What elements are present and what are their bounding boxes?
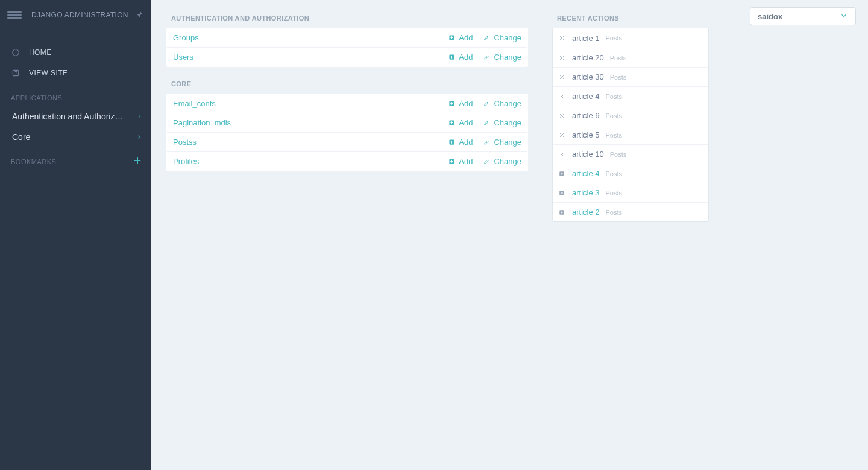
recent-action-title: article 3 [572,188,600,197]
add-link[interactable]: Add [448,118,473,127]
delete-icon [559,113,565,119]
add-link[interactable]: Add [448,99,473,108]
nav-home[interactable]: HOME [0,42,151,63]
edit-icon [483,100,490,107]
delete-icon [559,74,565,80]
recent-action-type: Posts [606,93,623,100]
recent-action-title: article 5 [572,130,600,139]
home-icon [11,48,20,57]
add-bookmark-button[interactable] [133,156,142,167]
change-link[interactable]: Change [483,118,521,127]
nav-view-site-label: VIEW SITE [29,69,68,77]
model-link[interactable]: Email_confs [173,99,216,108]
recent-action-item[interactable]: article 4Posts [553,164,708,183]
change-link[interactable]: Change [483,157,521,166]
add-label: Add [459,99,473,108]
model-link[interactable]: Pagination_mdls [173,118,231,127]
recent-action-item[interactable]: article 2Posts [553,202,708,221]
plus-icon [448,158,455,165]
recent-actions-header: RECENT ACTIONS [552,12,709,28]
plus-icon [448,54,455,60]
sidebar-title: DJANGO ADMINISTRATION [31,11,135,19]
model-link[interactable]: Postss [173,138,197,147]
add-label: Add [459,33,473,42]
app-module: COREEmail_confsAddChangePagination_mdlsA… [166,78,528,171]
app-modules-column: AUTHENTICATION AND AUTHORIZATIONGroupsAd… [166,12,528,458]
nav-view-site[interactable]: VIEW SITE [0,63,151,83]
module-header: CORE [166,78,528,94]
recent-action-type: Posts [606,132,623,139]
model-row: Email_confsAddChange [167,94,528,113]
recent-action-item[interactable]: article 20Posts [553,48,708,67]
sidebar-app-label: Core [12,132,30,142]
model-row: UsersAddChange [167,48,528,67]
edit-icon [483,139,490,145]
recent-action-item[interactable]: article 30Posts [553,67,708,86]
change-label: Change [494,52,521,62]
sidebar-app-label: Authentication and Authoriz… [12,112,123,121]
add-icon [559,190,565,196]
sidebar-header: DJANGO ADMINISTRATION [0,0,151,30]
change-link[interactable]: Change [483,33,521,42]
add-link[interactable]: Add [448,157,473,166]
edit-icon [483,34,490,41]
add-label: Add [459,52,473,62]
sidebar: DJANGO ADMINISTRATION HOME VIEW SITE APP… [0,0,151,470]
recent-action-type: Posts [606,170,623,177]
recent-action-item[interactable]: article 3Posts [553,183,708,202]
change-label: Change [494,99,521,108]
model-row: GroupsAddChange [167,28,528,48]
model-link[interactable]: Groups [173,33,199,42]
plus-icon [448,119,455,126]
recent-action-title: article 4 [572,92,600,101]
model-row: PostssAddChange [167,133,528,152]
plus-icon [448,34,455,41]
model-link[interactable]: Profiles [173,157,199,166]
recent-action-item[interactable]: article 5Posts [553,125,708,144]
recent-action-type: Posts [610,74,627,81]
recent-action-title: article 6 [572,111,600,120]
applications-label: APPLICATIONS [0,83,151,106]
add-label: Add [459,118,473,127]
sidebar-app-item[interactable]: Authentication and Authoriz… [0,106,151,127]
add-label: Add [459,138,473,147]
recent-action-item[interactable]: article 10Posts [553,144,708,164]
change-label: Change [494,157,521,166]
recent-action-item[interactable]: article 6Posts [553,106,708,125]
recent-action-title: article 1 [572,34,600,43]
chevron-down-icon [840,11,848,22]
nav-home-label: HOME [29,48,52,57]
user-dropdown[interactable]: saidox [750,7,856,25]
sidebar-app-item[interactable]: Core [0,127,151,147]
svg-rect-1 [13,70,18,75]
add-link[interactable]: Add [448,33,473,42]
model-row: Pagination_mdlsAddChange [167,113,528,133]
user-name: saidox [758,12,782,21]
recent-action-item[interactable]: article 4Posts [553,86,708,106]
chevron-right-icon [136,132,142,142]
delete-icon [559,132,565,138]
change-link[interactable]: Change [483,99,521,108]
add-icon [559,209,565,215]
change-label: Change [494,118,521,127]
recent-action-type: Posts [610,151,627,158]
pin-icon[interactable] [135,10,143,21]
change-label: Change [494,33,521,42]
change-link[interactable]: Change [483,138,521,147]
plus-icon [448,139,455,145]
menu-toggle-icon[interactable] [7,11,22,19]
model-link[interactable]: Users [173,52,193,62]
app-module: AUTHENTICATION AND AUTHORIZATIONGroupsAd… [166,12,528,67]
change-link[interactable]: Change [483,52,521,62]
bookmarks-header: BOOKMARKS [0,147,151,172]
model-table: Email_confsAddChangePagination_mdlsAddCh… [166,94,528,171]
recent-action-title: article 2 [572,208,600,217]
delete-icon [559,55,565,61]
add-link[interactable]: Add [448,52,473,62]
recent-action-item[interactable]: article 1Posts [553,28,708,48]
recent-action-title: article 20 [572,53,604,62]
add-link[interactable]: Add [448,138,473,147]
edit-icon [483,119,490,126]
delete-icon [559,35,565,41]
module-header: AUTHENTICATION AND AUTHORIZATION [166,12,528,28]
